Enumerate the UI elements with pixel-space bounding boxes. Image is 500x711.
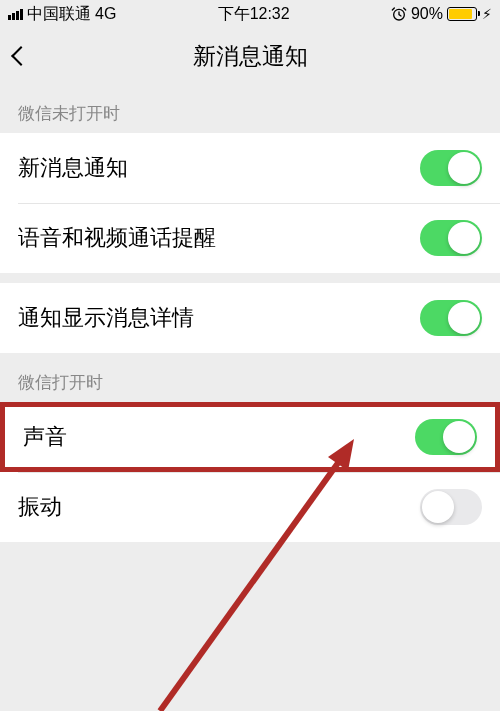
settings-group-closed: 新消息通知 语音和视频通话提醒 [0, 133, 500, 273]
setting-label: 通知显示消息详情 [18, 303, 194, 333]
toggle-vibrate[interactable] [420, 489, 482, 525]
carrier-label: 中国联通 [27, 4, 91, 25]
status-time: 下午12:32 [218, 4, 290, 25]
battery-icon [447, 7, 477, 21]
section-header-closed: 微信未打开时 [0, 84, 500, 133]
network-label: 4G [95, 5, 116, 23]
back-button[interactable] [11, 46, 31, 66]
toggle-voice-video-alert[interactable] [420, 220, 482, 256]
status-right: 90% ⚡︎ [391, 5, 492, 23]
setting-vibrate: 振动 [0, 472, 500, 542]
setting-label: 振动 [18, 492, 62, 522]
status-left: 中国联通 4G [8, 4, 116, 25]
setting-voice-video-alert: 语音和视频通话提醒 [0, 203, 500, 273]
status-bar: 中国联通 4G 下午12:32 90% ⚡︎ [0, 0, 500, 28]
setting-label: 新消息通知 [18, 153, 128, 183]
toggle-show-detail[interactable] [420, 300, 482, 336]
settings-group-open: 声音 振动 [0, 402, 500, 542]
setting-label: 声音 [23, 422, 67, 452]
setting-new-message-notify: 新消息通知 [0, 133, 500, 203]
signal-icon [8, 9, 23, 20]
charging-icon: ⚡︎ [482, 6, 492, 22]
setting-show-detail: 通知显示消息详情 [0, 283, 500, 353]
toggle-sound[interactable] [415, 419, 477, 455]
battery-percent: 90% [411, 5, 443, 23]
nav-bar: 新消息通知 [0, 28, 500, 84]
alarm-icon [391, 6, 407, 22]
section-header-open: 微信打开时 [0, 353, 500, 402]
page-title: 新消息通知 [193, 41, 308, 72]
toggle-new-message-notify[interactable] [420, 150, 482, 186]
settings-group-detail: 通知显示消息详情 [0, 283, 500, 353]
setting-sound: 声音 [0, 402, 500, 472]
setting-label: 语音和视频通话提醒 [18, 223, 216, 253]
